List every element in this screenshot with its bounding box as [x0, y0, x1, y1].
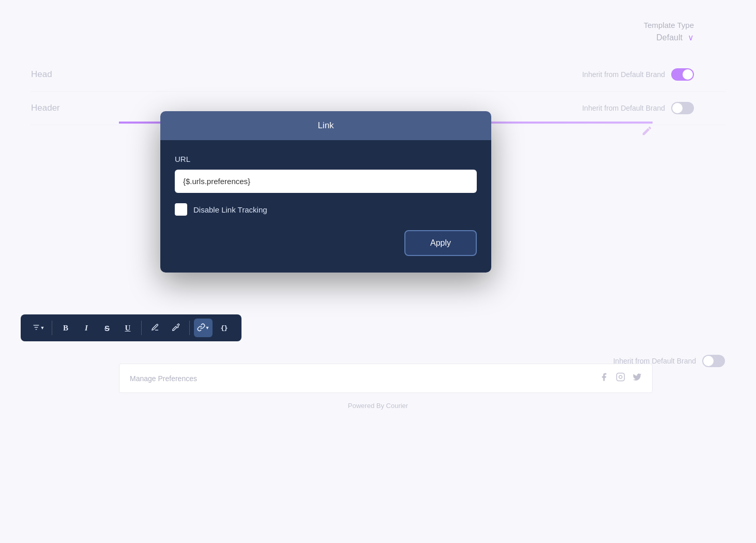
- disable-tracking-label: Disable Link Tracking: [193, 205, 267, 214]
- url-label: URL: [175, 155, 477, 163]
- dialog-title: Link: [317, 120, 334, 130]
- dialog-footer: Apply: [175, 230, 477, 256]
- dialog-overlay: Link URL Disable Link Tracking Apply: [0, 0, 756, 543]
- disable-tracking-checkbox[interactable]: [175, 203, 187, 216]
- apply-button[interactable]: Apply: [404, 230, 477, 256]
- dialog-body: URL Disable Link Tracking Apply: [160, 140, 491, 273]
- dialog-header: Link: [160, 111, 491, 140]
- url-input[interactable]: [175, 170, 477, 193]
- link-dialog: Link URL Disable Link Tracking Apply: [160, 111, 491, 273]
- disable-tracking-row: Disable Link Tracking: [175, 203, 477, 216]
